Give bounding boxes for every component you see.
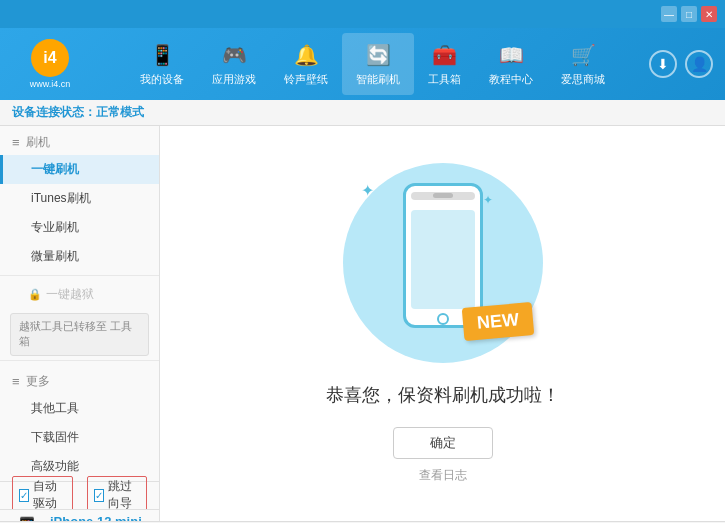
- status-value: 正常模式: [96, 104, 144, 121]
- smartflash-icon: 🔄: [364, 41, 392, 69]
- sparkles-icon: ✦: [361, 181, 374, 200]
- lock-icon: 🔒: [28, 288, 42, 301]
- sparkles-icon-2: ✦: [483, 193, 493, 207]
- nav-smartflash[interactable]: 🔄 智能刷机: [342, 33, 414, 95]
- logo: i4 www.i4.cn: [0, 39, 100, 89]
- toolbox-label: 工具箱: [428, 72, 461, 87]
- status-label: 设备连接状态：: [12, 104, 96, 121]
- sidebar-notice: 越狱工具已转移至 工具箱: [10, 313, 149, 356]
- logo-subtitle: www.i4.cn: [30, 79, 71, 89]
- nav: 📱 我的设备 🎮 应用游戏 🔔 铃声壁纸 🔄 智能刷机 🧰 工具箱 📖 教程中心…: [100, 33, 645, 95]
- phone-screen: [411, 210, 475, 309]
- nav-toolbox[interactable]: 🧰 工具箱: [414, 33, 475, 95]
- confirm-button[interactable]: 确定: [393, 427, 493, 459]
- maximize-button[interactable]: □: [681, 6, 697, 22]
- more-section-header: ≡ 更多: [0, 365, 159, 394]
- appgame-icon: 🎮: [220, 41, 248, 69]
- main-wrapper: 设备连接状态： 正常模式 ≡ 刷机 一键刷机 iTunes刷机 专业刷机 微量刷…: [0, 100, 725, 523]
- bottom-checkboxes: ✓ 自动驱动 ✓ 跳过向导: [0, 481, 159, 509]
- tutorial-icon: 📖: [497, 41, 525, 69]
- ringtone-label: 铃声壁纸: [284, 72, 328, 87]
- sidebar-item-itunes[interactable]: iTunes刷机: [0, 184, 159, 213]
- phone-illustration: ✦ ✦ ✦ NEW: [343, 163, 543, 363]
- nav-mydevice[interactable]: 📱 我的设备: [126, 33, 198, 95]
- download-button[interactable]: ⬇: [649, 50, 677, 78]
- auto-drive-label: 自动驱动: [33, 478, 66, 512]
- mydevice-icon: 📱: [148, 41, 176, 69]
- nav-appgame[interactable]: 🎮 应用游戏: [198, 33, 270, 95]
- sidebar-item-lowpower[interactable]: 微量刷机: [0, 242, 159, 271]
- skip-guide-label: 跳过向导: [108, 478, 141, 512]
- phone-body: [403, 183, 483, 328]
- sidebar-item-pro[interactable]: 专业刷机: [0, 213, 159, 242]
- ringtone-icon: 🔔: [292, 41, 320, 69]
- sidebar-divider-1: [0, 275, 159, 276]
- mydevice-label: 我的设备: [140, 72, 184, 87]
- logo-icon: i4: [31, 39, 69, 77]
- more-section-label: 更多: [26, 373, 50, 390]
- flash-section-label: 刷机: [26, 134, 50, 151]
- main: ≡ 刷机 一键刷机 iTunes刷机 专业刷机 微量刷机 🔒 一键越狱 越狱工具…: [0, 126, 725, 521]
- content-area: ✦ ✦ ✦ NEW 恭喜您，保资料刷机成功啦！ 确定 查看日志: [160, 126, 725, 521]
- smartflash-label: 智能刷机: [356, 72, 400, 87]
- header: i4 www.i4.cn 📱 我的设备 🎮 应用游戏 🔔 铃声壁纸 🔄 智能刷机…: [0, 28, 725, 100]
- flash-section-header: ≡ 刷机: [0, 126, 159, 155]
- sidebar-item-jailbreak: 🔒 一键越狱: [0, 280, 159, 309]
- new-badge: NEW: [461, 302, 534, 341]
- more-section-icon: ≡: [12, 374, 20, 389]
- toolbox-icon: 🧰: [431, 41, 459, 69]
- store-icon: 🛒: [569, 41, 597, 69]
- minimize-button[interactable]: —: [661, 6, 677, 22]
- store-label: 爱思商城: [561, 72, 605, 87]
- view-log-link[interactable]: 查看日志: [419, 467, 467, 484]
- appgame-label: 应用游戏: [212, 72, 256, 87]
- sidebar-item-othertool[interactable]: 其他工具: [0, 394, 159, 423]
- auto-drive-check-icon: ✓: [19, 489, 29, 502]
- nav-ringtone[interactable]: 🔔 铃声壁纸: [270, 33, 342, 95]
- user-button[interactable]: 👤: [685, 50, 713, 78]
- nav-tutorial[interactable]: 📖 教程中心: [475, 33, 547, 95]
- header-right: ⬇ 👤: [645, 50, 725, 78]
- sidebar-item-download[interactable]: 下载固件: [0, 423, 159, 452]
- skip-guide-check-icon: ✓: [94, 489, 104, 502]
- nav-store[interactable]: 🛒 爱思商城: [547, 33, 619, 95]
- status-bar: 设备连接状态： 正常模式: [0, 100, 725, 126]
- title-bar: — □ ✕: [0, 0, 725, 28]
- left-panel: ≡ 刷机 一键刷机 iTunes刷机 专业刷机 微量刷机 🔒 一键越狱 越狱工具…: [0, 126, 160, 521]
- close-button[interactable]: ✕: [701, 6, 717, 22]
- jailbreak-label: 一键越狱: [46, 286, 94, 303]
- sidebar: ≡ 刷机 一键刷机 iTunes刷机 专业刷机 微量刷机 🔒 一键越狱 越狱工具…: [0, 126, 160, 481]
- sidebar-item-onekey[interactable]: 一键刷机: [0, 155, 159, 184]
- phone-home-button: [437, 313, 449, 325]
- success-text: 恭喜您，保资料刷机成功啦！: [326, 383, 560, 407]
- sidebar-divider-2: [0, 360, 159, 361]
- tutorial-label: 教程中心: [489, 72, 533, 87]
- flash-section-icon: ≡: [12, 135, 20, 150]
